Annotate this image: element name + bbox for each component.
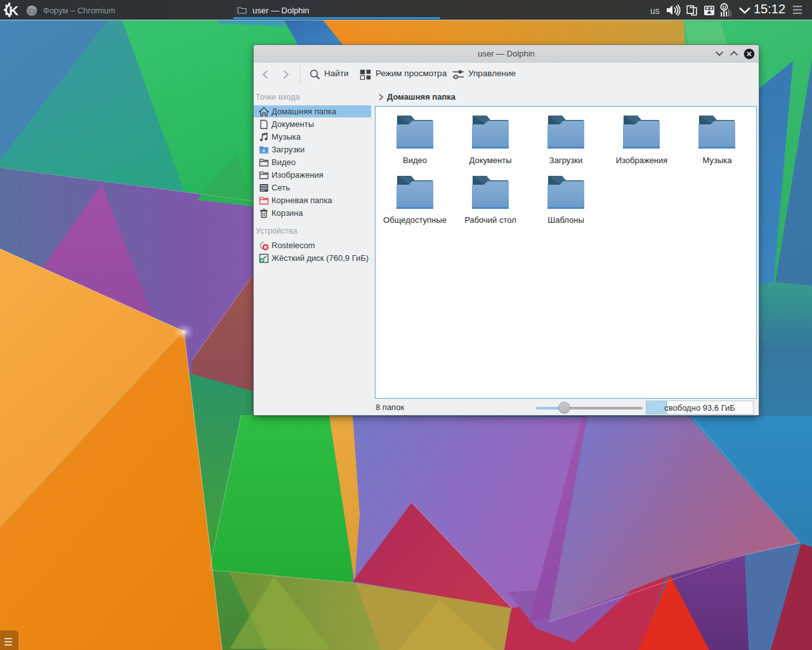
svg-text:K: K — [9, 3, 18, 18]
